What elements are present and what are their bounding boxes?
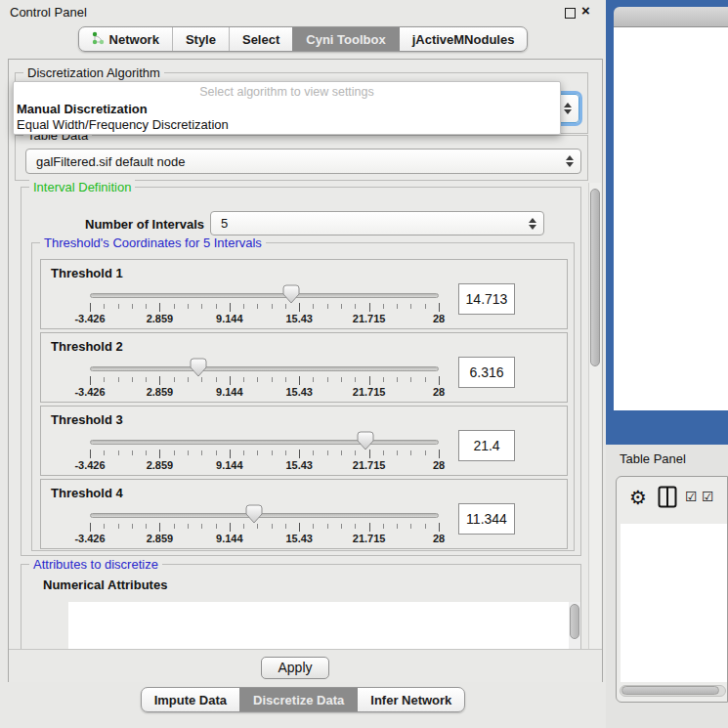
algorithm-option[interactable]: Equal Width/Frequency Discretization bbox=[17, 117, 229, 132]
top-tabrow: NetworkStyleSelectCyni ToolboxjActiveMNo… bbox=[0, 26, 606, 52]
combo-stepper-icon[interactable] bbox=[564, 103, 572, 114]
tab-label: Cyni Toolbox bbox=[306, 32, 385, 47]
tab-label: Select bbox=[242, 32, 279, 47]
tab-label: Style bbox=[186, 32, 216, 47]
slider-major-tick bbox=[90, 450, 91, 458]
bottom-tabrow: Impute DataDiscretize DataInfer Network bbox=[0, 687, 606, 712]
table-hscroll-thumb[interactable] bbox=[621, 686, 719, 695]
algorithm-popup-hint: Select algorithm to view settings bbox=[14, 85, 560, 99]
slider-major-tick bbox=[299, 376, 300, 385]
network-window-titlebar[interactable] bbox=[614, 7, 728, 27]
checkbox-checked-icon[interactable]: ☑ bbox=[702, 489, 714, 504]
slider-major-tick bbox=[159, 523, 160, 532]
combo-stepper-icon[interactable] bbox=[566, 155, 574, 167]
num-intervals-value: 5 bbox=[221, 216, 228, 231]
slider-tick-label: 15.43 bbox=[285, 386, 313, 398]
algorithm-option[interactable]: Manual Discretization bbox=[17, 102, 148, 116]
slider-major-tick bbox=[159, 376, 160, 385]
desktop-background bbox=[606, 0, 728, 445]
algorithm-dropdown-popup: Select algorithm to view settings Manual… bbox=[13, 81, 561, 135]
threshold-panel: Threshold 1-3.4262.8599.14415.4321.71528… bbox=[40, 259, 568, 329]
slider-tick-label: 28 bbox=[433, 386, 445, 398]
threshold-slider-thumb[interactable] bbox=[282, 284, 300, 308]
slider-major-tick bbox=[299, 450, 300, 458]
float-window-icon[interactable] bbox=[565, 8, 576, 19]
threshold-label: Threshold 1 bbox=[51, 266, 123, 280]
slider-tick-label: 2.859 bbox=[147, 313, 174, 324]
threshold-panel: Threshold 3-3.4262.8599.14415.4321.71528… bbox=[40, 406, 568, 476]
table-panel-box: ⚙ ☑ ☑ bbox=[616, 476, 728, 703]
slider-tick-label: 15.43 bbox=[285, 313, 313, 324]
slider-major-tick bbox=[230, 376, 231, 385]
threshold-slider-track[interactable] bbox=[90, 440, 439, 445]
threshold-value-field[interactable]: 6.316 bbox=[458, 357, 515, 388]
slider-major-tick bbox=[439, 450, 440, 458]
slider-tick-label: 15.43 bbox=[285, 533, 313, 544]
table-panel-title: Table Panel bbox=[620, 451, 686, 466]
slider-major-tick bbox=[439, 523, 440, 532]
table-header-row bbox=[621, 524, 728, 544]
gear-icon[interactable]: ⚙ bbox=[629, 486, 647, 509]
slider-tick-label: 2.859 bbox=[147, 386, 174, 398]
threshold-value-field[interactable]: 14.713 bbox=[458, 283, 515, 315]
slider-tick-label: -3.426 bbox=[74, 386, 105, 398]
slider-major-tick bbox=[230, 523, 231, 532]
interval-definition-group: Interval Definition Number of Intervals … bbox=[21, 187, 581, 556]
apply-strip: Apply bbox=[9, 649, 602, 682]
tab-label: jActiveMNodules bbox=[412, 32, 515, 47]
interval-group-title: Interval Definition bbox=[29, 180, 135, 194]
combo-stepper-icon[interactable] bbox=[529, 218, 536, 230]
tab-label: Discretize Data bbox=[253, 693, 344, 707]
table-data-combo[interactable]: galFiltered.sif default node bbox=[25, 149, 581, 174]
slider-tick-label: -3.426 bbox=[74, 459, 105, 471]
table-hscrollbar[interactable] bbox=[620, 685, 726, 697]
tab-jactivemnodules[interactable]: jActiveMNodules bbox=[399, 27, 528, 51]
slider-tick-label: 9.144 bbox=[216, 459, 243, 471]
slider-major-tick bbox=[90, 376, 91, 385]
tab-cyni-toolbox[interactable]: Cyni Toolbox bbox=[292, 27, 398, 51]
thresholds-group: Threshold's Coordinates for 5 Intervals … bbox=[31, 242, 575, 551]
threshold-slider-thumb[interactable] bbox=[190, 358, 207, 381]
slider-tick-label: 9.144 bbox=[216, 386, 243, 398]
tab-select[interactable]: Select bbox=[229, 27, 292, 51]
network-canvas[interactable] bbox=[614, 27, 728, 410]
threshold-slider-thumb[interactable] bbox=[245, 504, 263, 528]
tab-label: Infer Network bbox=[370, 693, 451, 707]
threshold-label: Threshold 4 bbox=[51, 486, 123, 500]
threshold-slider-track[interactable] bbox=[90, 366, 439, 371]
threshold-slider-thumb[interactable] bbox=[357, 431, 374, 454]
top-tabgroup: NetworkStyleSelectCyni ToolboxjActiveMNo… bbox=[78, 26, 529, 52]
tab-infer-network[interactable]: Infer Network bbox=[357, 688, 464, 711]
threshold-slider-track[interactable] bbox=[90, 513, 439, 518]
slider-major-tick bbox=[90, 303, 91, 312]
slider-major-tick bbox=[159, 450, 160, 458]
slider-major-tick bbox=[439, 376, 440, 385]
tab-style[interactable]: Style bbox=[172, 27, 229, 51]
network-icon bbox=[92, 31, 105, 48]
table-data-combo-value: galFiltered.sif default node bbox=[36, 154, 185, 169]
settings-scroll-thumb[interactable] bbox=[590, 189, 600, 366]
thresholds-group-title: Threshold's Coordinates for 5 Intervals bbox=[40, 236, 266, 250]
settings-scrollbar[interactable] bbox=[588, 183, 601, 649]
tab-impute-data[interactable]: Impute Data bbox=[142, 688, 239, 711]
split-columns-icon[interactable] bbox=[658, 486, 677, 508]
threshold-value-field[interactable]: 21.4 bbox=[458, 430, 515, 461]
threshold-slider-track[interactable] bbox=[90, 293, 439, 298]
tab-network[interactable]: Network bbox=[79, 27, 172, 51]
close-icon[interactable]: × bbox=[581, 2, 590, 19]
tab-label: Network bbox=[109, 32, 159, 47]
checkbox-checked-icon[interactable]: ☑ bbox=[685, 489, 698, 504]
network-window bbox=[614, 7, 728, 410]
tab-discretize-data[interactable]: Discretize Data bbox=[239, 688, 357, 711]
apply-button[interactable]: Apply bbox=[261, 657, 329, 679]
num-intervals-combo[interactable]: 5 bbox=[210, 211, 544, 236]
right-region: Table Panel ⚙ ☑ ☑ bbox=[606, 0, 728, 728]
tab-label: Impute Data bbox=[154, 693, 227, 707]
slider-tick-label: 9.144 bbox=[216, 533, 243, 544]
slider-major-tick bbox=[439, 303, 440, 312]
attributes-scroll-thumb[interactable] bbox=[570, 604, 579, 639]
slider-minor-ticks bbox=[90, 304, 440, 309]
threshold-value-field[interactable]: 11.344 bbox=[458, 503, 515, 535]
threshold-label: Threshold 2 bbox=[51, 339, 123, 354]
node-table bbox=[621, 524, 728, 682]
